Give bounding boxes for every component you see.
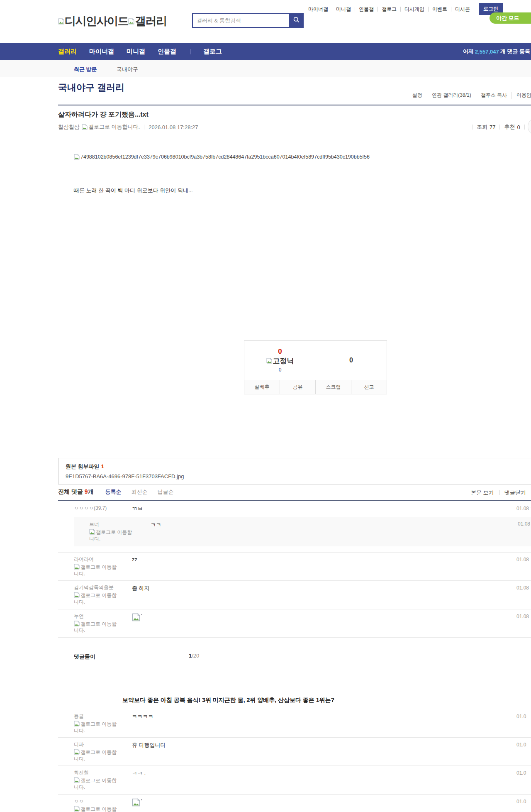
comment-total-suffix: 개 bbox=[88, 488, 94, 495]
comment-dccon-broken: ' bbox=[132, 798, 142, 807]
night-mode-button[interactable]: 야간 모드 bbox=[490, 12, 531, 24]
comment-gallog-link[interactable]: 갤로그로 이동합니다. bbox=[74, 592, 120, 605]
gallery-title[interactable]: 국내야구 갤러리 bbox=[58, 81, 124, 94]
comment-author: 듕글 갤로그로 이동합니다. bbox=[74, 713, 132, 734]
comment-text: 휴 다행입니다 bbox=[132, 741, 166, 749]
close-comments-link[interactable]: 댓글닫기 bbox=[499, 489, 531, 496]
comment-nickname[interactable]: 누언 bbox=[74, 613, 132, 620]
gallog-text: 갤로그로 이동합니다. bbox=[89, 529, 132, 542]
dcinside-page: 마이너갤 미니갤 인물갤 갤로그 디시게임 이벤트 디시콘 로그인 야간 모드 … bbox=[0, 0, 531, 812]
search-button[interactable] bbox=[289, 13, 304, 28]
comment-header-right: 본문 보기 댓글닫기 bbox=[466, 489, 531, 496]
broken-image-icon bbox=[132, 798, 140, 807]
comment-reply: 브너 갤로그로 이동합니다. ㅋㅋ 01.08 1 bbox=[74, 517, 531, 546]
comment-main: 디파 갤로그로 이동합니다. 휴 다행입니다 01.0 bbox=[74, 741, 531, 762]
comment-gallog-link[interactable]: 갤로그로 이동합니다. bbox=[74, 806, 120, 812]
recent-visit-label[interactable]: 최근 방문 bbox=[74, 66, 97, 73]
comment-nickname[interactable]: 디파 bbox=[74, 741, 132, 748]
broken-image-icon bbox=[74, 564, 80, 570]
nav-item-person-gallery[interactable]: 인물갤 bbox=[158, 48, 176, 56]
attachment-filename[interactable]: 9E1D5767-BA6A-4696-978F-51F3703FACFD.jpg bbox=[66, 473, 531, 479]
scrap-button[interactable]: 스크랩 bbox=[316, 380, 351, 394]
comment-time: 01.08 17 bbox=[516, 506, 531, 511]
nav-item-minor-gallery[interactable]: 마이너갤 bbox=[89, 48, 114, 56]
gallog-text: 갤로그로 이동합니다. bbox=[74, 778, 117, 790]
comment-nickname[interactable]: ㅇㅇㅇㅇ(39.7) bbox=[74, 505, 132, 512]
comment-count-bubble bbox=[528, 117, 531, 136]
nav-item-gallog[interactable]: 갤로그 bbox=[203, 48, 222, 56]
nav-item-mini-gallery[interactable]: 미니갤 bbox=[127, 48, 145, 56]
related-galleries-link[interactable]: 연관 갤러리(38/1) bbox=[427, 92, 476, 99]
pager-numbers[interactable]: 1/20 bbox=[189, 653, 199, 659]
comment-nickname[interactable]: 브너 bbox=[89, 521, 151, 528]
report-button[interactable]: 신고 bbox=[351, 380, 387, 394]
comment-dccon-broken: ' bbox=[132, 613, 142, 621]
toplink-gallog[interactable]: 갤로그 bbox=[378, 7, 400, 12]
comment-nickname[interactable]: 라여라여 bbox=[74, 556, 132, 563]
post-author-gallog-link[interactable]: 갤로그로 이동합니다. bbox=[88, 123, 140, 131]
comment-time: 01.0 bbox=[516, 770, 526, 776]
comment-text: ㅋㅋㅋㅋ bbox=[132, 713, 153, 721]
comment-nickname[interactable]: 듕글 bbox=[74, 713, 132, 720]
toplink-event[interactable]: 이벤트 bbox=[428, 7, 451, 12]
comment-gallog-link[interactable]: 갤로그로 이동합니다. bbox=[74, 749, 120, 762]
search-input[interactable] bbox=[192, 13, 289, 28]
comment-gallog-link[interactable]: 갤로그로 이동합니다. bbox=[74, 564, 120, 577]
comment-nickname[interactable]: ㅇㅇ bbox=[74, 798, 132, 805]
comment-gallog-link[interactable]: 갤로그로 이동합니다. bbox=[74, 777, 120, 790]
toplink-mini-gallery[interactable]: 미니갤 bbox=[332, 7, 355, 12]
comment-author: 김기덕감독의울분 갤로그로 이동합니다. bbox=[74, 584, 132, 605]
comment-time: 01.08 1 bbox=[518, 521, 531, 527]
post-broken-image: 74988102b0856ef1239df7e3379c706b98010bcf… bbox=[74, 154, 370, 160]
comment-time: 01.0 bbox=[516, 714, 526, 719]
comment-nickname[interactable]: 최진철 bbox=[74, 769, 132, 776]
toplink-person-gallery[interactable]: 인물갤 bbox=[355, 7, 378, 12]
sort-registered[interactable]: 등록순 bbox=[105, 488, 122, 496]
stat-count: 2,557,047 bbox=[475, 49, 499, 55]
broken-image-icon bbox=[74, 806, 80, 812]
recent-gallery-tab[interactable]: 국내야구 bbox=[117, 66, 138, 73]
view-post-link[interactable]: 본문 보기 bbox=[466, 489, 499, 496]
silbechu-button[interactable]: 실베추 bbox=[244, 380, 280, 394]
comment-main: 라여라여 갤로그로 이동합니다. zz 01.08 bbox=[74, 556, 531, 577]
post-author[interactable]: 칠삼칠삼 bbox=[58, 123, 80, 131]
site-logo[interactable]: 디시인사이드 갤러리 bbox=[58, 14, 167, 29]
usage-guide-link[interactable]: 이용안내 bbox=[512, 92, 531, 99]
comment-total: 전체 댓글 9개 bbox=[58, 488, 94, 496]
gallog-text: 갤로그로 이동합니다. bbox=[74, 806, 117, 812]
share-button[interactable]: 공유 bbox=[280, 380, 316, 394]
browser-viewport: 마이너갤 미니갤 인물갤 갤로그 디시게임 이벤트 디시콘 로그인 야간 모드 … bbox=[0, 0, 531, 812]
sort-newest[interactable]: 최신순 bbox=[132, 488, 148, 496]
comment-nickname[interactable]: 김기덕감독의울분 bbox=[74, 584, 132, 591]
comment-pager: 댓글돌이 1/20 bbox=[58, 649, 531, 664]
upvote-button[interactable]: 0 고정닉 0 bbox=[244, 341, 316, 380]
comment-gallog-link[interactable]: 갤로그로 이동합니다. bbox=[89, 529, 136, 542]
comment-gallog-link[interactable]: 갤로그로 이동합니다. bbox=[74, 621, 120, 634]
gallery-settings-link[interactable]: 설정 bbox=[408, 92, 427, 99]
main-navbar: 갤러리 마이너갤 미니갤 인물갤 갤로그 어제 2,557,047 개 댓글 등… bbox=[0, 43, 531, 60]
comment-text: ㅋㅋ . bbox=[132, 770, 146, 777]
comment-author: 디파 갤로그로 이동합니다. bbox=[74, 741, 132, 762]
comment-gallog-link[interactable]: 갤로그로 이동합니다. bbox=[74, 721, 120, 734]
post-image-alt-text: 74988102b0856ef1239df7e3379c706b98010bcf… bbox=[80, 154, 370, 160]
vote-box: 0 고정닉 0 0 실베추 공유 스크랩 신고 bbox=[244, 340, 387, 394]
toplink-dccon[interactable]: 디시콘 bbox=[451, 7, 474, 12]
downvote-button[interactable]: 0 bbox=[316, 341, 387, 380]
recommend-label: 추천 bbox=[504, 123, 515, 131]
nav-item-gallery[interactable]: 갤러리 bbox=[58, 48, 77, 56]
comment-header-left: 전체 댓글 9개 등록순 최신순 답글순 bbox=[58, 488, 531, 496]
comment-author: 누언 갤로그로 이동합니다. bbox=[74, 613, 132, 634]
sponsored-link[interactable]: 보약보다 좋은 아침 공복 음식! 3위 미지근한 물, 2위 양배추, 산삼보… bbox=[58, 689, 531, 710]
meta-divider bbox=[144, 125, 144, 130]
comment-author: ㅇㅇㅇㅇ(39.7) bbox=[74, 505, 132, 512]
toplink-minor-gallery[interactable]: 마이너갤 bbox=[304, 7, 332, 12]
toplink-dcgame[interactable]: 디시게임 bbox=[400, 7, 428, 12]
copy-gallery-url-link[interactable]: 갤주소 복사 bbox=[476, 92, 512, 99]
logo-text-dcinside: 디시인사이드 bbox=[65, 14, 128, 29]
sort-replies[interactable]: 답글순 bbox=[158, 488, 174, 496]
comment-author: 최진철 갤로그로 이동합니다. bbox=[74, 769, 132, 790]
comment-main: 듕글 갤로그로 이동합니다. ㅋㅋㅋㅋ 01.0 bbox=[74, 713, 531, 734]
meta-divider bbox=[524, 125, 525, 130]
stat-suffix: 개 댓글 등록 bbox=[500, 48, 530, 55]
vote-top: 0 고정닉 0 0 bbox=[244, 341, 387, 380]
